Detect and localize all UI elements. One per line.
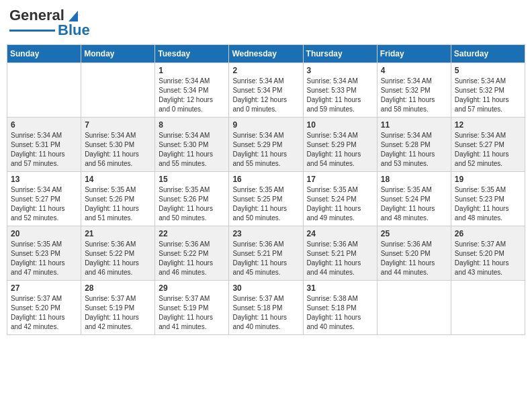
day-cell: 8Sunrise: 5:34 AM Sunset: 5:30 PM Daylig… [155,118,229,172]
day-info: Sunrise: 5:36 AM Sunset: 5:21 PM Dayligh… [307,240,373,277]
day-number: 4 [381,66,447,75]
day-number: 9 [232,120,299,130]
day-number: 13 [11,175,77,184]
day-number: 8 [159,120,225,130]
day-cell: 19Sunrise: 5:35 AM Sunset: 5:23 PM Dayli… [451,172,525,226]
day-cell [451,281,525,335]
day-cell: 2Sunrise: 5:34 AM Sunset: 5:34 PM Daylig… [229,63,303,118]
day-number: 3 [307,66,373,75]
day-number: 2 [232,66,299,75]
day-cell: 11Sunrise: 5:34 AM Sunset: 5:28 PM Dayli… [377,118,451,172]
day-cell: 17Sunrise: 5:35 AM Sunset: 5:24 PM Dayli… [303,172,377,226]
week-row-1: 1Sunrise: 5:34 AM Sunset: 5:34 PM Daylig… [7,63,525,118]
svg-marker-0 [69,11,78,21]
column-header-friday: Friday [377,45,451,63]
day-number: 12 [455,120,521,130]
day-cell: 27Sunrise: 5:37 AM Sunset: 5:20 PM Dayli… [7,281,81,335]
day-cell: 6Sunrise: 5:34 AM Sunset: 5:31 PM Daylig… [7,118,81,172]
logo-blue: Blue [58,21,90,39]
day-number: 14 [85,175,151,184]
day-cell: 9Sunrise: 5:34 AM Sunset: 5:29 PM Daylig… [229,118,303,172]
day-cell [81,63,155,118]
day-info: Sunrise: 5:35 AM Sunset: 5:23 PM Dayligh… [11,240,77,277]
day-info: Sunrise: 5:36 AM Sunset: 5:22 PM Dayligh… [159,240,225,277]
day-number: 22 [159,229,225,238]
day-cell: 28Sunrise: 5:37 AM Sunset: 5:19 PM Dayli… [81,281,155,335]
column-header-wednesday: Wednesday [229,45,303,63]
column-header-thursday: Thursday [303,45,377,63]
day-info: Sunrise: 5:34 AM Sunset: 5:31 PM Dayligh… [11,131,77,169]
calendar-header: SundayMondayTuesdayWednesdayThursdayFrid… [7,45,525,63]
day-cell: 18Sunrise: 5:35 AM Sunset: 5:24 PM Dayli… [377,172,451,226]
day-number: 26 [455,229,521,238]
day-number: 17 [307,175,373,184]
calendar-table: SundayMondayTuesdayWednesdayThursdayFrid… [7,44,525,335]
day-cell: 7Sunrise: 5:34 AM Sunset: 5:30 PM Daylig… [81,118,155,172]
day-info: Sunrise: 5:37 AM Sunset: 5:20 PM Dayligh… [11,294,77,332]
day-info: Sunrise: 5:36 AM Sunset: 5:22 PM Dayligh… [85,240,151,277]
day-info: Sunrise: 5:35 AM Sunset: 5:26 PM Dayligh… [85,185,151,223]
day-info: Sunrise: 5:35 AM Sunset: 5:23 PM Dayligh… [455,185,521,223]
day-cell: 13Sunrise: 5:34 AM Sunset: 5:27 PM Dayli… [7,172,81,226]
day-number: 11 [381,120,447,130]
calendar-body: 1Sunrise: 5:34 AM Sunset: 5:34 PM Daylig… [7,63,525,335]
day-number: 16 [232,175,299,184]
column-header-sunday: Sunday [7,45,81,63]
day-cell: 26Sunrise: 5:37 AM Sunset: 5:20 PM Dayli… [451,226,525,281]
day-info: Sunrise: 5:34 AM Sunset: 5:27 PM Dayligh… [11,185,77,223]
day-info: Sunrise: 5:35 AM Sunset: 5:25 PM Dayligh… [232,185,299,223]
day-info: Sunrise: 5:34 AM Sunset: 5:27 PM Dayligh… [455,131,521,169]
day-number: 19 [455,175,521,184]
day-info: Sunrise: 5:38 AM Sunset: 5:18 PM Dayligh… [307,294,373,332]
logo-icon [66,8,81,23]
day-info: Sunrise: 5:37 AM Sunset: 5:19 PM Dayligh… [159,294,225,332]
day-number: 6 [11,120,77,130]
day-info: Sunrise: 5:35 AM Sunset: 5:24 PM Dayligh… [381,185,447,223]
day-number: 20 [11,229,77,238]
day-cell: 14Sunrise: 5:35 AM Sunset: 5:26 PM Dayli… [81,172,155,226]
day-number: 7 [85,120,151,130]
day-number: 30 [232,283,299,293]
logo: General Blue [9,7,90,39]
day-number: 1 [159,66,225,75]
day-number: 24 [307,229,373,238]
column-header-tuesday: Tuesday [155,45,229,63]
column-header-monday: Monday [81,45,155,63]
day-info: Sunrise: 5:34 AM Sunset: 5:32 PM Dayligh… [381,77,447,114]
day-info: Sunrise: 5:37 AM Sunset: 5:20 PM Dayligh… [455,240,521,277]
day-number: 31 [307,283,373,293]
day-number: 27 [11,283,77,293]
day-info: Sunrise: 5:35 AM Sunset: 5:24 PM Dayligh… [307,185,373,223]
day-number: 15 [159,175,225,184]
day-info: Sunrise: 5:37 AM Sunset: 5:19 PM Dayligh… [85,294,151,332]
day-info: Sunrise: 5:34 AM Sunset: 5:34 PM Dayligh… [159,77,225,114]
week-row-3: 13Sunrise: 5:34 AM Sunset: 5:27 PM Dayli… [7,172,525,226]
day-number: 23 [232,229,299,238]
day-info: Sunrise: 5:34 AM Sunset: 5:29 PM Dayligh… [232,131,299,169]
day-info: Sunrise: 5:34 AM Sunset: 5:28 PM Dayligh… [381,131,447,169]
day-number: 5 [455,66,521,75]
day-cell: 22Sunrise: 5:36 AM Sunset: 5:22 PM Dayli… [155,226,229,281]
header-row: SundayMondayTuesdayWednesdayThursdayFrid… [7,45,525,63]
week-row-5: 27Sunrise: 5:37 AM Sunset: 5:20 PM Dayli… [7,281,525,335]
column-header-saturday: Saturday [451,45,525,63]
day-number: 10 [307,120,373,130]
week-row-4: 20Sunrise: 5:35 AM Sunset: 5:23 PM Dayli… [7,226,525,281]
day-info: Sunrise: 5:34 AM Sunset: 5:30 PM Dayligh… [85,131,151,169]
day-info: Sunrise: 5:34 AM Sunset: 5:33 PM Dayligh… [307,77,373,114]
day-number: 25 [381,229,447,238]
week-row-2: 6Sunrise: 5:34 AM Sunset: 5:31 PM Daylig… [7,118,525,172]
day-cell [7,63,81,118]
day-cell: 31Sunrise: 5:38 AM Sunset: 5:18 PM Dayli… [303,281,377,335]
day-info: Sunrise: 5:37 AM Sunset: 5:18 PM Dayligh… [232,294,299,332]
day-cell: 20Sunrise: 5:35 AM Sunset: 5:23 PM Dayli… [7,226,81,281]
day-cell: 21Sunrise: 5:36 AM Sunset: 5:22 PM Dayli… [81,226,155,281]
day-number: 18 [381,175,447,184]
day-cell: 10Sunrise: 5:34 AM Sunset: 5:29 PM Dayli… [303,118,377,172]
day-cell: 3Sunrise: 5:34 AM Sunset: 5:33 PM Daylig… [303,63,377,118]
day-info: Sunrise: 5:36 AM Sunset: 5:21 PM Dayligh… [232,240,299,277]
day-number: 28 [85,283,151,293]
day-cell: 25Sunrise: 5:36 AM Sunset: 5:20 PM Dayli… [377,226,451,281]
day-cell: 4Sunrise: 5:34 AM Sunset: 5:32 PM Daylig… [377,63,451,118]
day-cell: 15Sunrise: 5:35 AM Sunset: 5:26 PM Dayli… [155,172,229,226]
